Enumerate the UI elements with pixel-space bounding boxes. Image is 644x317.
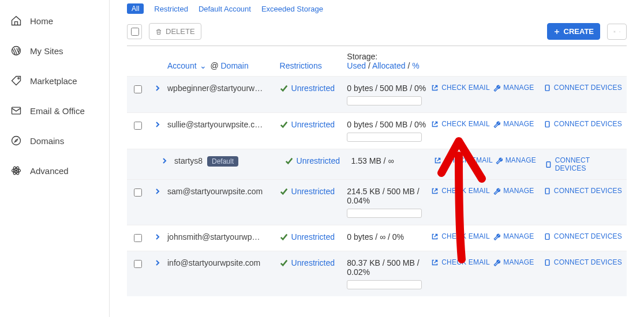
restriction-text: Unrestricted — [291, 187, 335, 196]
svg-rect-2 — [12, 107, 21, 114]
toolbar: DELETE CREATE — [127, 20, 627, 46]
nav-label: Email & Office — [30, 106, 85, 116]
connect-devices-button[interactable]: CONNECT DEVICES — [544, 187, 622, 195]
restriction-text: Unrestricted — [297, 156, 340, 165]
storage-cell: 0 bytes / ∞ / 0% — [347, 232, 431, 241]
chevron-right-icon — [155, 234, 160, 240]
trash-icon — [155, 28, 162, 35]
restriction-link[interactable]: Unrestricted — [280, 258, 335, 267]
check-email-button[interactable]: CHECK EMAIL — [431, 84, 490, 92]
external-link-icon — [431, 259, 439, 266]
storage-text: 0 bytes / ∞ / 0% — [347, 232, 431, 241]
device-icon — [544, 120, 551, 128]
connect-devices-button[interactable]: CONNECT DEVICES — [544, 232, 622, 240]
connect-devices-button[interactable]: CONNECT DEVICES — [544, 84, 622, 92]
filter-exceeded-storage[interactable]: Exceeded Storage — [261, 5, 323, 13]
storage-bar — [347, 209, 422, 218]
external-link-icon — [431, 187, 439, 195]
delete-button[interactable]: DELETE — [149, 23, 201, 40]
svg-rect-13 — [546, 161, 550, 167]
expand-toggle[interactable] — [155, 120, 167, 129]
chevron-right-icon — [155, 188, 160, 194]
manage-button[interactable]: MANAGE — [495, 156, 536, 164]
accounts-table: Account ⌄ @ Domain Restrictions Storage:… — [127, 46, 627, 296]
header-restrictions[interactable]: Restrictions — [280, 61, 322, 70]
account-email: startys8 — [174, 156, 203, 165]
header-percent[interactable]: % — [412, 61, 419, 70]
select-all-wrap[interactable] — [127, 24, 142, 39]
restriction-text: Unrestricted — [291, 120, 335, 129]
manage-button[interactable]: MANAGE — [493, 187, 534, 195]
expand-toggle[interactable] — [155, 232, 167, 241]
table-row: sullie@startyourwpsite.c…Unrestricted0 b… — [127, 112, 627, 149]
check-icon — [280, 84, 288, 92]
settings-button[interactable] — [607, 24, 627, 40]
header-storage-label: Storage: — [347, 52, 431, 61]
account-email: sam@startyourwpsite.com — [167, 187, 263, 196]
nav-label: Domains — [30, 136, 64, 146]
gear-icon — [613, 28, 616, 36]
nav-home[interactable]: Home — [0, 6, 109, 36]
nav-marketplace[interactable]: Marketplace — [0, 66, 109, 96]
select-all-checkbox[interactable] — [131, 28, 139, 36]
nav-label: Marketplace — [30, 76, 77, 86]
manage-button[interactable]: MANAGE — [493, 258, 534, 266]
table-row: wpbeginner@startyourw…Unrestricted0 byte… — [127, 76, 627, 112]
connect-devices-button[interactable]: CONNECT DEVICES — [544, 258, 622, 266]
connect-devices-button[interactable]: CONNECT DEVICES — [545, 156, 622, 172]
storage-bar — [347, 133, 422, 142]
check-email-button[interactable]: CHECK EMAIL — [434, 156, 493, 164]
header-used[interactable]: Used — [347, 61, 366, 70]
wrench-icon — [493, 187, 500, 195]
storage-cell: 1.53 MB / ∞ — [351, 156, 435, 165]
manage-button[interactable]: MANAGE — [493, 84, 534, 92]
restriction-link[interactable]: Unrestricted — [285, 156, 340, 165]
check-email-button[interactable]: CHECK EMAIL — [431, 232, 490, 240]
expand-toggle[interactable] — [162, 156, 174, 165]
device-icon — [544, 187, 551, 195]
tag-icon — [10, 75, 22, 86]
storage-cell: 0 bytes / 500 MB / 0% — [347, 84, 431, 105]
row-checkbox[interactable] — [134, 234, 142, 242]
expand-toggle[interactable] — [155, 84, 167, 93]
nav-label: Advanced — [30, 166, 69, 176]
header-domain[interactable]: Domain — [220, 61, 248, 70]
table-row: startys8DefaultUnrestricted1.53 MB / ∞CH… — [127, 149, 627, 179]
expand-toggle[interactable] — [155, 258, 167, 267]
restriction-link[interactable]: Unrestricted — [280, 187, 335, 196]
check-email-button[interactable]: CHECK EMAIL — [431, 120, 490, 128]
svg-point-3 — [12, 137, 21, 145]
wordpress-icon — [10, 45, 22, 56]
check-email-button[interactable]: CHECK EMAIL — [431, 187, 490, 195]
filter-all[interactable]: All — [127, 3, 144, 14]
restriction-link[interactable]: Unrestricted — [280, 84, 335, 93]
restriction-link[interactable]: Unrestricted — [280, 232, 335, 241]
header-allocated[interactable]: Allocated — [372, 61, 406, 70]
header-account[interactable]: Account ⌄ — [167, 61, 208, 70]
expand-toggle[interactable] — [155, 187, 167, 196]
filter-default-account[interactable]: Default Account — [199, 5, 251, 13]
manage-button[interactable]: MANAGE — [493, 120, 534, 128]
check-icon — [280, 120, 288, 129]
filter-restricted[interactable]: Restricted — [154, 5, 188, 13]
row-checkbox[interactable] — [134, 85, 142, 93]
restriction-link[interactable]: Unrestricted — [280, 120, 335, 129]
svg-point-8 — [614, 31, 615, 32]
device-icon — [544, 84, 551, 92]
nav-advanced[interactable]: Advanced — [0, 156, 109, 186]
create-button[interactable]: CREATE — [547, 23, 600, 40]
check-email-button[interactable]: CHECK EMAIL — [431, 258, 490, 266]
row-checkbox[interactable] — [134, 122, 142, 130]
manage-button[interactable]: MANAGE — [493, 232, 534, 240]
connect-devices-button[interactable]: CONNECT DEVICES — [544, 120, 622, 128]
storage-text: 1.53 MB / ∞ — [351, 156, 435, 165]
sort-caret-icon: ⌄ — [200, 61, 207, 70]
restriction-text: Unrestricted — [291, 232, 335, 241]
filter-tabs: All Restricted Default Account Exceeded … — [127, 0, 627, 20]
row-checkbox[interactable] — [134, 260, 142, 268]
nav-domains[interactable]: Domains — [0, 126, 109, 156]
compass-icon — [10, 135, 22, 146]
nav-email-office[interactable]: Email & Office — [0, 96, 109, 126]
row-checkbox[interactable] — [134, 188, 142, 197]
nav-my-sites[interactable]: My Sites — [0, 36, 109, 66]
